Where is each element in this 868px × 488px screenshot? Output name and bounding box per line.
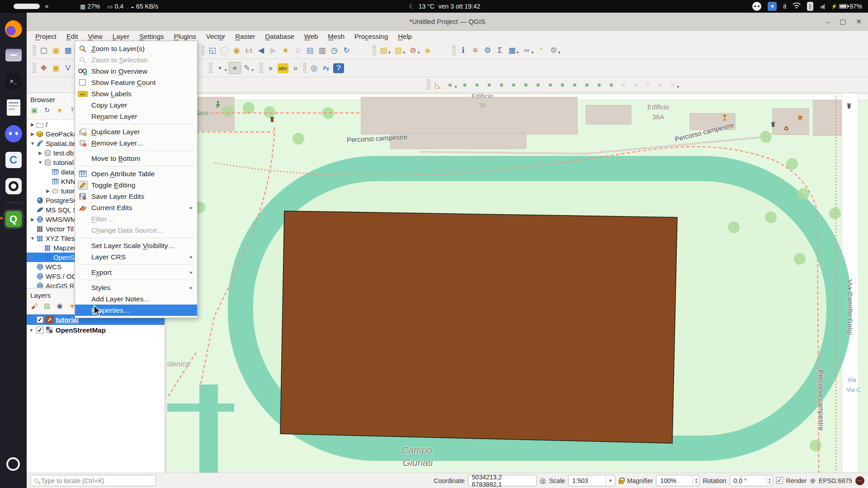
temporal-controller-button[interactable]: ◷: [328, 44, 340, 56]
menu-item-set-layer-scale-visibility[interactable]: Set Layer Scale Visibility…: [75, 240, 197, 251]
offset-curve-button[interactable]: ●: [471, 79, 483, 91]
expander-icon[interactable]: ▼: [29, 141, 36, 146]
menu-item-show-in-overview[interactable]: Show in Overview: [75, 66, 197, 77]
discord-tray-icon[interactable]: [752, 2, 761, 11]
layer-visibility-checkbox[interactable]: ✓: [37, 316, 43, 323]
menu-layer[interactable]: Layer: [108, 32, 135, 41]
menu-item-toggle-editing[interactable]: Toggle Editing: [75, 179, 197, 191]
manage-map-themes-button[interactable]: ◉: [55, 301, 65, 311]
toolbar-grip[interactable]: [427, 80, 430, 90]
menu-item-move-to-bottom[interactable]: Move to Bottom: [75, 153, 197, 164]
python-console-button[interactable]: Py: [320, 62, 332, 74]
zoom-last-button[interactable]: ◀: [255, 44, 267, 56]
coordinate-input[interactable]: 5034213,2 6783882,1: [468, 475, 537, 486]
close-button[interactable]: ✕: [856, 18, 862, 26]
toolbar-grip[interactable]: [33, 63, 36, 74]
toolbar-overflow-button[interactable]: »: [264, 62, 277, 74]
toolbar-grip[interactable]: [303, 63, 307, 74]
dock-item-kitty-terminal[interactable]: >_: [4, 71, 24, 91]
toolbar-grip[interactable]: [209, 63, 212, 74]
rotation-spinbox[interactable]: 0,0 ° ▲▼: [730, 475, 773, 486]
render-checkbox[interactable]: ✓: [776, 477, 783, 484]
new-map-view-button[interactable]: ▤: [304, 44, 316, 56]
layout-manager-button[interactable]: ▥: [316, 44, 328, 56]
dock-item-qgis[interactable]: Q: [4, 209, 24, 229]
map-tips-button[interactable]: ❛: [535, 44, 547, 56]
trim-extend-button[interactable]: ●: [593, 79, 605, 91]
messages-button[interactable]: ⋯: [855, 476, 864, 485]
vertex-editor-button[interactable]: ●: [581, 79, 593, 91]
expander-icon[interactable]: ▶: [45, 188, 51, 193]
cad-tools-button[interactable]: ◺: [432, 79, 444, 91]
identify-features-button[interactable]: ℹ: [457, 44, 469, 56]
toolbar-grip[interactable]: [201, 45, 205, 56]
menu-vector[interactable]: Vector: [201, 32, 231, 41]
expander-icon[interactable]: ▼: [29, 236, 36, 241]
battery-indicator[interactable]: ⚡ 97%: [831, 3, 862, 10]
style-manager-button[interactable]: 🖌: [29, 301, 39, 311]
zoom-native-button[interactable]: 1:1: [243, 44, 255, 56]
digitize-polygon-button[interactable]: ●: [229, 62, 241, 74]
menu-item-layer-crs[interactable]: Layer CRS▸: [75, 251, 197, 263]
dock-item-discord[interactable]: [4, 124, 24, 144]
expander-icon[interactable]: ▶: [37, 150, 43, 155]
processing-toolbox-button[interactable]: ⚙: [481, 44, 494, 56]
menu-item-copy-layer[interactable]: Copy Layer: [75, 99, 197, 111]
menu-item-remove-layer[interactable]: Remove Layer…: [75, 137, 197, 149]
scale-dropdown-arrow[interactable]: ▼: [606, 475, 615, 486]
menu-item-add-layer-notes[interactable]: Add Layer Notes…: [75, 293, 197, 305]
refresh-button[interactable]: ↻: [340, 44, 353, 56]
menu-item-show-labels[interactable]: abcShow Labels: [75, 88, 197, 99]
menu-item-show-feature-count[interactable]: Show Feature Count: [75, 77, 197, 88]
dock-item-firefox[interactable]: [4, 19, 24, 39]
menu-settings[interactable]: Settings: [134, 32, 169, 41]
menu-edit[interactable]: Edit: [61, 32, 83, 41]
measure-button[interactable]: ═: [521, 44, 533, 56]
clock-menu[interactable]: ☾ 13 °C ven 3 ott 19:42: [409, 3, 480, 10]
bluetooth-icon[interactable]: ᛒ: [807, 2, 813, 11]
map-canvas[interactable]: ♻ Edificio36Edificio36AMasterclassareaPe…: [166, 93, 868, 473]
add-selected-layers-button[interactable]: ▣: [29, 105, 39, 115]
new-project-button[interactable]: ▢: [38, 44, 50, 56]
new-geopackage-button[interactable]: ▣: [50, 62, 62, 74]
menu-item-properties[interactable]: Properties…: [75, 305, 197, 316]
split-features-button[interactable]: ●: [605, 79, 618, 91]
menu-raster[interactable]: Raster: [230, 32, 260, 41]
menu-item-save-layer-edits[interactable]: Save Layer Edits: [75, 191, 197, 202]
bitwarden-tray-icon[interactable]: ▼: [768, 2, 777, 11]
new-bookmark-button[interactable]: ★: [279, 44, 292, 56]
smooth-feature-button[interactable]: ●: [569, 79, 581, 91]
locator-input[interactable]: Type to locate (Ctrl+K): [30, 475, 156, 486]
minimize-button[interactable]: –: [826, 18, 830, 26]
volume-muted-icon[interactable]: ◀: [820, 3, 825, 10]
extents-toggle-icon[interactable]: ◎: [540, 476, 546, 485]
simplify-feature-button[interactable]: ●: [483, 79, 495, 91]
menu-item-export[interactable]: Export▸: [75, 267, 197, 278]
vertex-tool-button[interactable]: ✎: [241, 62, 253, 74]
expander-icon[interactable]: ▶: [29, 217, 36, 222]
menu-item-current-edits[interactable]: Current Edits▸: [75, 202, 197, 213]
menu-mesh[interactable]: Mesh: [323, 32, 349, 41]
crs-value[interactable]: EPSG:6875: [819, 477, 852, 484]
expander-icon[interactable]: ▼: [28, 328, 34, 333]
title-bar[interactable]: *Untitled Project — QGIS – ▢ ✕: [27, 13, 868, 31]
dock-item-file-manager[interactable]: [4, 45, 24, 65]
expander-icon[interactable]: ▶: [29, 131, 36, 136]
keyboard-layout-indicator[interactable]: it: [783, 3, 786, 10]
data-source-manager-button[interactable]: ❖: [38, 62, 50, 74]
layer-visibility-checkbox[interactable]: ✓: [37, 327, 43, 333]
dock-item-obs-studio[interactable]: [4, 176, 24, 196]
menu-help[interactable]: Help: [393, 32, 417, 41]
metasearch-button[interactable]: ◎: [308, 62, 320, 74]
toolbar-grip[interactable]: [373, 45, 376, 56]
statistical-summary-button[interactable]: ≡: [469, 44, 481, 56]
cpu-indicator[interactable]: ▦ 27%: [80, 3, 100, 10]
menu-item-open-attribute-table[interactable]: Open Attribute Table: [75, 168, 197, 179]
expander-icon[interactable]: ▶: [29, 122, 36, 127]
expander-icon[interactable]: ▼: [37, 160, 43, 165]
menu-item-zoom-to-layer-s[interactable]: Zoom to Layer(s): [75, 43, 197, 54]
scale-lock-icon[interactable]: [618, 480, 624, 484]
move-feature-button[interactable]: ●: [444, 79, 456, 91]
rotate-feature-button[interactable]: ●: [459, 79, 471, 91]
select-features-button[interactable]: ▨: [377, 44, 390, 56]
